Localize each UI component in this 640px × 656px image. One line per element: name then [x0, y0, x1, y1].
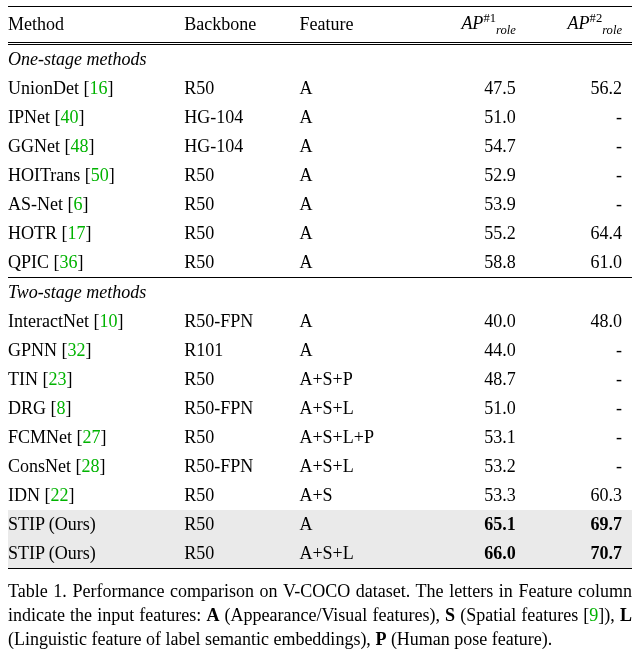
cell-feature: A [299, 132, 419, 161]
table-row: HOTR [17]R50A55.264.4 [8, 219, 632, 248]
cell-feature: A+S+L [299, 394, 419, 423]
cell-method: QPIC [36] [8, 248, 184, 278]
cell-backbone: R50-FPN [184, 394, 299, 423]
cell-feature: A+S+L [299, 539, 419, 569]
cell-backbone: HG-104 [184, 132, 299, 161]
cell-ap1: 66.0 [420, 539, 526, 569]
section-header: One-stage methods [8, 43, 632, 74]
table-row: QPIC [36]R50A58.861.0 [8, 248, 632, 278]
citation: 22 [51, 485, 69, 505]
cell-backbone: R50 [184, 510, 299, 539]
cell-backbone: R50 [184, 365, 299, 394]
citation: 40 [61, 107, 79, 127]
cell-method: GPNN [32] [8, 336, 184, 365]
citation: 10 [99, 311, 117, 331]
feat-s: S [445, 605, 455, 625]
table-row: STIP (Ours)R50A+S+L66.070.7 [8, 539, 632, 569]
citation: 36 [60, 252, 78, 272]
col-feature: Feature [299, 7, 419, 44]
cell-feature: A [299, 248, 419, 278]
table-header-row: Method Backbone Feature AP#1role AP#2rol… [8, 7, 632, 44]
cell-feature: A [299, 219, 419, 248]
citation: 17 [68, 223, 86, 243]
table-row: STIP (Ours)R50A65.169.7 [8, 510, 632, 539]
cell-ap2: 56.2 [526, 74, 632, 103]
cell-ap2: - [526, 103, 632, 132]
cell-feature: A [299, 103, 419, 132]
table-caption: Table 1. Performance comparison on V-COC… [8, 579, 632, 652]
cell-ap2: - [526, 452, 632, 481]
cell-feature: A+S [299, 481, 419, 510]
cell-backbone: R50 [184, 161, 299, 190]
cell-method: TIN [23] [8, 365, 184, 394]
cell-method: HOITrans [50] [8, 161, 184, 190]
cell-feature: A+S+L [299, 452, 419, 481]
cell-ap2: 61.0 [526, 248, 632, 278]
cell-method: UnionDet [16] [8, 74, 184, 103]
cell-ap2: - [526, 190, 632, 219]
table-row: ConsNet [28]R50-FPNA+S+L53.2- [8, 452, 632, 481]
citation: 8 [57, 398, 66, 418]
cell-backbone: R50 [184, 481, 299, 510]
cite-9: 9 [589, 605, 598, 625]
cell-ap1: 55.2 [420, 219, 526, 248]
cell-method: IPNet [40] [8, 103, 184, 132]
col-method: Method [8, 7, 184, 44]
cell-backbone: R50 [184, 190, 299, 219]
table-body: One-stage methodsUnionDet [16]R50A47.556… [8, 43, 632, 568]
cell-ap1: 54.7 [420, 132, 526, 161]
section-label: Two-stage methods [8, 277, 632, 307]
cell-method: InteractNet [10] [8, 307, 184, 336]
cell-feature: A [299, 161, 419, 190]
cell-ap2: - [526, 394, 632, 423]
cell-ap1: 53.9 [420, 190, 526, 219]
cell-ap2: 60.3 [526, 481, 632, 510]
cell-ap2: - [526, 336, 632, 365]
cell-ap1: 47.5 [420, 74, 526, 103]
citation: 32 [68, 340, 86, 360]
cell-ap1: 65.1 [420, 510, 526, 539]
citation: 27 [83, 427, 101, 447]
cell-ap2: 48.0 [526, 307, 632, 336]
cell-feature: A+S+P [299, 365, 419, 394]
col-backbone: Backbone [184, 7, 299, 44]
cell-backbone: R50 [184, 248, 299, 278]
citation: 50 [91, 165, 109, 185]
section-header: Two-stage methods [8, 277, 632, 307]
feat-p: P [375, 629, 386, 649]
cell-backbone: R101 [184, 336, 299, 365]
cell-method: AS-Net [6] [8, 190, 184, 219]
table-row: GGNet [48]HG-104A54.7- [8, 132, 632, 161]
cell-ap1: 51.0 [420, 103, 526, 132]
feat-a: A [206, 605, 219, 625]
table-row: IPNet [40]HG-104A51.0- [8, 103, 632, 132]
cell-feature: A+S+L+P [299, 423, 419, 452]
cell-ap1: 44.0 [420, 336, 526, 365]
section-label: One-stage methods [8, 43, 632, 74]
cell-method: DRG [8] [8, 394, 184, 423]
table-row: AS-Net [6]R50A53.9- [8, 190, 632, 219]
feat-l: L [620, 605, 632, 625]
cell-backbone: R50-FPN [184, 307, 299, 336]
cell-feature: A [299, 336, 419, 365]
cell-ap1: 52.9 [420, 161, 526, 190]
table-row: IDN [22]R50A+S53.360.3 [8, 481, 632, 510]
table-row: HOITrans [50]R50A52.9- [8, 161, 632, 190]
citation: 23 [48, 369, 66, 389]
cell-backbone: R50 [184, 539, 299, 569]
cell-ap2: 70.7 [526, 539, 632, 569]
table-row: GPNN [32]R101A44.0- [8, 336, 632, 365]
cell-method: HOTR [17] [8, 219, 184, 248]
table-row: FCMNet [27]R50A+S+L+P53.1- [8, 423, 632, 452]
cell-backbone: R50 [184, 219, 299, 248]
citation: 48 [70, 136, 88, 156]
cell-ap2: - [526, 365, 632, 394]
cell-method: STIP (Ours) [8, 539, 184, 569]
cell-ap1: 53.2 [420, 452, 526, 481]
cell-backbone: HG-104 [184, 103, 299, 132]
cell-method: IDN [22] [8, 481, 184, 510]
table-row: DRG [8]R50-FPNA+S+L51.0- [8, 394, 632, 423]
cell-feature: A [299, 74, 419, 103]
cell-ap1: 53.3 [420, 481, 526, 510]
cell-ap2: 64.4 [526, 219, 632, 248]
